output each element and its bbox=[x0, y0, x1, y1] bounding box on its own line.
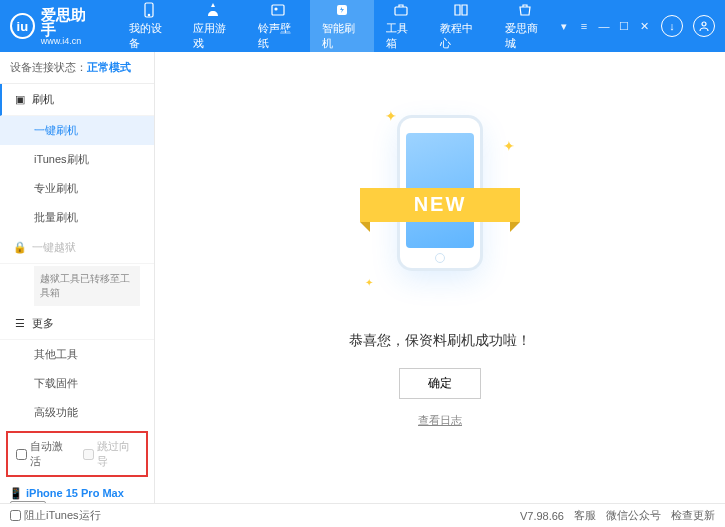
success-illustration: ✦ ✦ ✦ NEW bbox=[375, 108, 505, 308]
tab-tutorials[interactable]: 教程中心 bbox=[428, 0, 492, 52]
svg-rect-5 bbox=[395, 7, 407, 15]
section-more[interactable]: ☰ 更多 bbox=[0, 308, 154, 340]
activation-options: 自动激活 跳过向导 bbox=[6, 431, 148, 477]
more-icon: ☰ bbox=[14, 318, 26, 330]
download-icon[interactable]: ↓ bbox=[661, 15, 683, 37]
lock-icon: 🔒 bbox=[14, 242, 26, 254]
settings-icon[interactable]: ≡ bbox=[577, 19, 591, 33]
checkbox-skip-guide[interactable]: 跳过向导 bbox=[83, 439, 138, 469]
minimize-icon[interactable]: — bbox=[597, 19, 611, 33]
checkbox-label: 跳过向导 bbox=[97, 439, 138, 469]
toolbox-icon bbox=[392, 1, 410, 19]
status-value: 正常模式 bbox=[87, 61, 131, 73]
jailbreak-note: 越狱工具已转移至工具箱 bbox=[34, 266, 140, 306]
success-message: 恭喜您，保资料刷机成功啦！ bbox=[349, 332, 531, 350]
image-icon bbox=[269, 1, 287, 19]
sidebar-item-firmware[interactable]: 下载固件 bbox=[0, 369, 154, 398]
device-name-row: 📱 iPhone 15 Pro Max bbox=[10, 487, 144, 499]
tab-apps[interactable]: 应用游戏 bbox=[181, 0, 245, 52]
sidebar-item-batch[interactable]: 批量刷机 bbox=[0, 203, 154, 232]
section-jailbreak: 🔒 一键越狱 bbox=[0, 232, 154, 264]
checkbox-label: 阻止iTunes运行 bbox=[24, 508, 101, 523]
checkbox-label: 自动激活 bbox=[30, 439, 71, 469]
sidebar-item-advanced[interactable]: 高级功能 bbox=[0, 398, 154, 427]
svg-rect-2 bbox=[272, 5, 284, 15]
checkbox-auto-activate[interactable]: 自动激活 bbox=[16, 439, 71, 469]
ok-button[interactable]: 确定 bbox=[399, 368, 481, 399]
app-name: 爱思助手 bbox=[41, 7, 97, 37]
svg-point-1 bbox=[148, 14, 149, 15]
tab-label: 教程中心 bbox=[440, 21, 480, 51]
device-phone-icon: 📱 bbox=[10, 487, 22, 499]
footer-support[interactable]: 客服 bbox=[574, 508, 596, 523]
footer: 阻止iTunes运行 V7.98.66 客服 微信公众号 检查更新 bbox=[0, 503, 725, 527]
store-icon bbox=[516, 1, 534, 19]
status-label: 设备连接状态： bbox=[10, 61, 87, 73]
sidebar-item-other[interactable]: 其他工具 bbox=[0, 340, 154, 369]
apps-icon bbox=[204, 1, 222, 19]
footer-update[interactable]: 检查更新 bbox=[671, 508, 715, 523]
main-content: ✦ ✦ ✦ NEW 恭喜您，保资料刷机成功啦！ 确定 查看日志 bbox=[155, 52, 725, 503]
tab-label: 工具箱 bbox=[386, 21, 416, 51]
tab-store[interactable]: 爱思商城 bbox=[493, 0, 557, 52]
app-logo: iu 爱思助手 www.i4.cn bbox=[10, 7, 97, 46]
tab-label: 智能刷机 bbox=[322, 21, 362, 51]
storage-badge: 512GB bbox=[10, 501, 46, 503]
tab-label: 应用游戏 bbox=[193, 21, 233, 51]
sparkle-icon: ✦ bbox=[503, 138, 515, 154]
flash-icon bbox=[333, 1, 351, 19]
tab-toolbox[interactable]: 工具箱 bbox=[374, 0, 428, 52]
new-ribbon: NEW bbox=[360, 188, 520, 222]
flash-section-icon: ▣ bbox=[14, 94, 26, 106]
device-status: 设备连接状态：正常模式 bbox=[0, 52, 154, 84]
device-name: iPhone 15 Pro Max bbox=[26, 487, 124, 499]
sidebar-item-pro[interactable]: 专业刷机 bbox=[0, 174, 154, 203]
phone-icon bbox=[140, 1, 158, 19]
tab-label: 铃声壁纸 bbox=[258, 21, 298, 51]
tab-label: 我的设备 bbox=[129, 21, 169, 51]
svg-point-3 bbox=[275, 8, 277, 10]
tab-my-device[interactable]: 我的设备 bbox=[117, 0, 181, 52]
section-label: 一键越狱 bbox=[32, 240, 76, 255]
nav-tabs: 我的设备 应用游戏 铃声壁纸 智能刷机 工具箱 教程中心 爱思商城 bbox=[117, 0, 557, 52]
checkbox-block-itunes[interactable]: 阻止iTunes运行 bbox=[10, 508, 101, 523]
sparkle-icon: ✦ bbox=[385, 108, 397, 124]
tab-flash[interactable]: 智能刷机 bbox=[310, 0, 374, 52]
sidebar-item-itunes[interactable]: iTunes刷机 bbox=[0, 145, 154, 174]
book-icon bbox=[452, 1, 470, 19]
version-label: V7.98.66 bbox=[520, 510, 564, 522]
logo-icon: iu bbox=[10, 13, 35, 39]
menu-icon[interactable]: ▾ bbox=[557, 19, 571, 33]
view-log-link[interactable]: 查看日志 bbox=[418, 413, 462, 428]
tab-ringtones[interactable]: 铃声壁纸 bbox=[246, 0, 310, 52]
sidebar-item-oneclick[interactable]: 一键刷机 bbox=[0, 116, 154, 145]
maximize-icon[interactable]: ☐ bbox=[617, 19, 631, 33]
section-label: 刷机 bbox=[32, 92, 54, 107]
device-info[interactable]: 📱 iPhone 15 Pro Max 512GB iPhone bbox=[0, 481, 154, 503]
section-label: 更多 bbox=[32, 316, 54, 331]
footer-wechat[interactable]: 微信公众号 bbox=[606, 508, 661, 523]
tab-label: 爱思商城 bbox=[505, 21, 545, 51]
user-icon[interactable] bbox=[693, 15, 715, 37]
section-flash[interactable]: ▣ 刷机 bbox=[0, 84, 154, 116]
sparkle-icon: ✦ bbox=[365, 277, 373, 288]
app-url: www.i4.cn bbox=[41, 37, 97, 46]
svg-point-6 bbox=[702, 22, 706, 26]
sidebar: 设备连接状态：正常模式 ▣ 刷机 一键刷机 iTunes刷机 专业刷机 批量刷机… bbox=[0, 52, 155, 503]
close-icon[interactable]: ✕ bbox=[637, 19, 651, 33]
